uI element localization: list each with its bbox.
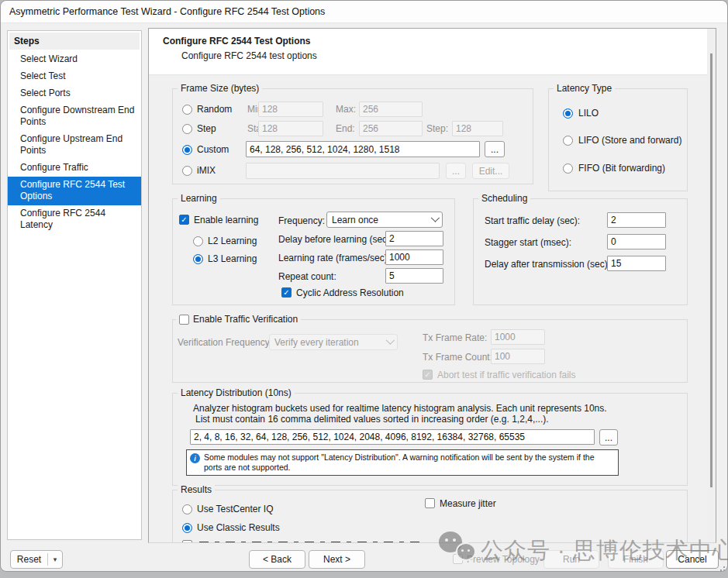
use-classic-results-label[interactable]: Use Classic Results [197,522,280,533]
use-testcenter-iq-radio[interactable] [182,504,192,514]
traffic-verification-group: Enable Traffic Verification Verification… [172,319,688,383]
delay-before-learning-input[interactable] [385,231,443,246]
l2-learning-radio[interactable] [193,236,203,246]
step-configure-traffic[interactable]: Configure Traffic [8,160,141,177]
frame-size-imix-radio[interactable] [182,166,192,176]
main-panel: Configure RFC 2544 Test Options Configur… [148,28,716,543]
frame-size-step-radio[interactable] [182,124,192,134]
tx-frame-rate-input[interactable] [491,329,545,345]
next-button[interactable]: Next > [309,550,365,569]
learning-rate-label: Learning rate (frames/sec): [278,253,390,263]
step-configure-rfc2544-latency[interactable]: Configure RFC 2544 Latency [8,205,141,234]
step-configure-downstream-end-points[interactable]: Configure Downstream End Points [8,102,141,131]
preview-topology-checkbox[interactable] [453,554,463,564]
latency-distribution-group: Latency Distribution (10ns) Analyzer his… [172,393,688,486]
step-select-test[interactable]: Select Test [8,68,141,85]
max-input[interactable] [359,101,423,117]
latency-lilo-radio[interactable] [563,108,573,119]
latency-type-group: Latency Type LILO LIFO (Store and forwar… [548,88,688,191]
latency-lifo-label[interactable]: LIFO (Store and forward) [578,135,681,146]
dropdown-arrow-icon[interactable]: ▾ [48,556,62,563]
start-traffic-delay-input[interactable] [607,212,666,228]
l3-learning-label[interactable]: L3 Learning [208,253,257,264]
frame-size-group: Frame Size (bytes) Random Min: Max: Step… [172,88,533,184]
use-testcenter-iq-label[interactable]: Use TestCenter IQ [197,504,273,514]
step-configure-rfc2544-test-options[interactable]: Configure RFC 2544 Test Options [8,177,141,205]
frame-size-custom-radio[interactable] [182,145,192,155]
cancel-button[interactable]: Cancel [666,550,719,569]
custom-browse-button[interactable]: ... [485,141,505,157]
traffic-verification-caption: Enable Traffic Verification [176,314,301,325]
delay-before-learning-label: Delay before learning (sec): [278,234,392,245]
latency-distribution-desc-1: Analyzer histogram buckets used for real… [193,403,607,414]
learning-group: Learning ✓ Enable learning L2 Learning L… [172,198,455,305]
imix-input[interactable] [246,163,440,179]
frequency-select[interactable]: Learn once [326,212,443,228]
latency-buckets-browse-button[interactable]: ... [599,429,618,446]
scrollbar-thumb[interactable] [710,53,712,487]
stagger-start-input[interactable] [607,234,666,249]
step-select-wizard[interactable]: Select Wizard [8,51,141,68]
frame-size-step-label[interactable]: Step [197,123,216,134]
frequency-label: Frequency: [278,215,325,226]
latency-lilo-label[interactable]: LILO [578,108,599,119]
frequency-value: Learn once [332,215,378,225]
enable-traffic-verification-label[interactable]: Enable Traffic Verification [193,314,298,325]
check-icon: ✓ [283,289,289,297]
custom-sizes-input[interactable] [246,141,480,157]
frame-size-imix-label[interactable]: iMIX [197,165,216,176]
frame-size-custom-label[interactable]: Custom [197,144,229,155]
cyclic-address-resolution-label[interactable]: Cyclic Address Resolution [296,287,404,298]
use-classic-results-radio[interactable] [182,523,192,533]
step-configure-upstream-end-points[interactable]: Configure Upstream End Points [8,131,141,160]
verification-frequency-select[interactable]: Verify every iteration [269,334,398,350]
enable-traffic-verification-checkbox[interactable] [179,315,189,325]
back-button[interactable]: < Back [249,550,305,569]
enable-learning-label[interactable]: Enable learning [194,215,258,225]
reset-split-button[interactable]: Reset ▾ [10,550,63,569]
clipped-partial-row [182,538,438,543]
l3-learning-radio[interactable] [193,254,203,264]
run-button[interactable]: Run [543,550,599,569]
learning-legend: Learning [178,193,220,205]
imix-browse-button[interactable]: ... [446,163,466,179]
page-subtitle: Configure RFC 2544 test options [181,50,317,61]
info-icon: i [190,453,200,463]
latency-distribution-legend: Latency Distribution (10ns) [178,387,295,399]
latency-fifo-label[interactable]: FIFO (Bit forwarding) [578,163,665,174]
start-input[interactable] [258,121,323,136]
chevron-down-icon [431,213,440,222]
frame-size-random-label[interactable]: Random [197,104,232,115]
learning-rate-input[interactable] [385,249,443,265]
scrollbar-track[interactable] [707,29,716,542]
min-input[interactable] [258,101,323,117]
frame-size-random-radio[interactable] [182,105,192,115]
repeat-count-label: Repeat count: [278,271,336,282]
delay-after-transmission-label: Delay after transmission (sec): [485,259,610,270]
enable-learning-checkbox[interactable]: ✓ [179,215,189,225]
end-input[interactable] [359,121,423,136]
delay-after-transmission-input[interactable] [607,256,666,271]
latency-buckets-input[interactable] [190,429,595,445]
step-select-ports[interactable]: Select Ports [8,85,141,102]
cyclic-address-resolution-checkbox[interactable]: ✓ [281,287,292,298]
imix-edit-button[interactable]: Edit... [472,163,509,179]
repeat-count-input[interactable] [385,268,443,284]
abort-test-label: Abort test if traffic verification fails [437,370,576,380]
measure-jitter-label[interactable]: Measure jitter [440,498,496,509]
stepsize-input[interactable] [452,121,503,136]
reset-button[interactable]: Reset [11,554,47,565]
latency-fifo-radio[interactable] [563,163,573,174]
latency-lifo-radio[interactable] [563,136,573,146]
tx-frame-count-input[interactable] [491,349,545,364]
window-title: Asymmetric Performance Test Wizard - Con… [9,6,325,17]
verification-frequency-value: Verify every iteration [274,337,359,348]
finish-button[interactable]: Finish [608,550,664,569]
abort-test-checkbox[interactable]: ✓ [423,370,433,380]
tx-frame-rate-label: Tx Frame Rate: [423,332,487,343]
clipped-checkbox [182,540,192,543]
clipped-text [199,542,424,543]
stepsize-label: Step: [426,123,448,134]
measure-jitter-checkbox[interactable] [425,498,435,508]
l2-learning-label[interactable]: L2 Learning [208,236,257,246]
